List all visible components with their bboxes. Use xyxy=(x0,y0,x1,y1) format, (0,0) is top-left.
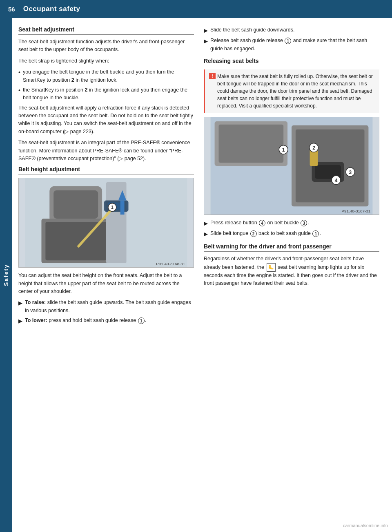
bullet-1: • you engage the belt tongue in the belt… xyxy=(18,68,194,84)
seat-belt-adjustment-title: Seat belt adjustment xyxy=(18,26,194,35)
warning-row: ! Make sure that the seat belt is fully … xyxy=(209,73,375,110)
svg-text:2: 2 xyxy=(312,145,315,151)
releasing-title: Releasing seat belts xyxy=(204,58,379,66)
svg-rect-17 xyxy=(219,125,284,163)
bullet-dot-1: • xyxy=(18,68,20,77)
page-title: Occupant safety xyxy=(23,5,80,13)
cont-item-1: ▶ Slide the belt sash guide downwards. xyxy=(204,26,379,35)
bullet-text-1: you engage the belt tongue in the belt b… xyxy=(23,68,194,84)
page-header: 56 Occupant safety xyxy=(0,0,392,18)
releasing-seat-belts-section: Releasing seat belts ! Make sure that th… xyxy=(204,58,379,238)
svg-text:1: 1 xyxy=(111,205,114,210)
circle-1-release: 1 xyxy=(285,38,291,44)
svg-rect-10 xyxy=(120,201,125,215)
arrow-cont-2: ▶ xyxy=(204,37,208,45)
arrow-cont-1: ▶ xyxy=(204,27,208,35)
seat-belt-para2: The belt strap is tightened slightly whe… xyxy=(18,57,194,65)
cont-text-1: Slide the belt sash guide downwards. xyxy=(210,26,294,34)
svg-rect-4 xyxy=(45,222,106,260)
seatbelt-icon: 🦶 xyxy=(267,263,276,272)
circle-1-lower: 1 xyxy=(138,317,145,324)
bullet-2: • the SmartKey is in position 2 in the i… xyxy=(18,86,194,102)
svg-text:1: 1 xyxy=(282,147,285,153)
to-lower-item: ▶ To lower: press and hold belt sash gui… xyxy=(18,317,194,325)
belt-warning-para: Regardless of whether the driver's and f… xyxy=(204,255,379,287)
to-raise-item: ▶ To raise: slide the belt sash guide up… xyxy=(18,299,194,315)
svg-text:P91.40-3168-31: P91.40-3168-31 xyxy=(156,262,185,266)
cont-item-2: ▶ Release belt sash guide release 1 and … xyxy=(204,37,379,53)
seat-belt-para3: The seat-belt adjustment will apply a re… xyxy=(18,104,194,136)
belt-height-adjustment-section: Belt height adjustment xyxy=(18,166,194,325)
svg-text:4: 4 xyxy=(335,178,338,183)
belt-warning-title: Belt warning for the driver and front pa… xyxy=(204,243,379,252)
belt-height-image: 1 P91.40-3168-31 xyxy=(18,178,194,268)
releasing-image: 1 2 xyxy=(204,117,379,215)
arrow-raise: ▶ xyxy=(18,299,22,307)
seat-belt-adjustment-section: Seat belt adjustment The seat-belt adjus… xyxy=(18,26,194,163)
svg-rect-2 xyxy=(53,190,98,219)
right-column: ▶ Slide the belt sash guide downwards. ▶… xyxy=(204,26,379,524)
bullet-text-2: the SmartKey is in position 2 in the ign… xyxy=(23,86,194,102)
circle-4: 4 xyxy=(259,220,265,226)
to-lower-label: To lower: xyxy=(25,317,47,323)
sidebar-label: Safety xyxy=(3,264,9,286)
belt-warning-section: Belt warning for the driver and front pa… xyxy=(204,243,379,287)
release-step-2: ▶ Slide belt tongue 2 back to belt sash … xyxy=(204,230,379,238)
step-1-text: Press release button 4 on belt buckle 3. xyxy=(210,219,309,227)
page-number: 56 xyxy=(8,6,15,13)
release-step-1: ▶ Press release button 4 on belt buckle … xyxy=(204,219,379,228)
circle-1-step: 1 xyxy=(312,230,319,237)
seat-belt-para4: The seat-belt adjustment is an integral … xyxy=(18,139,194,163)
to-raise-text: To raise: slide the belt sash guide upwa… xyxy=(25,299,194,315)
footer-watermark: carmanualsomline.info xyxy=(343,523,388,528)
warning-text: Make sure that the seat belt is fully ro… xyxy=(217,73,375,110)
circle-2: 2 xyxy=(250,230,257,237)
warning-icon: ! xyxy=(209,73,216,79)
arrow-step-1: ▶ xyxy=(204,219,208,228)
cont-text-2: Release belt sash guide release 1 and ma… xyxy=(210,37,379,53)
sidebar: Safety xyxy=(0,18,12,532)
seat-belt-para1: The seat-belt adjustment function adjust… xyxy=(18,38,194,54)
belt-height-title: Belt height adjustment xyxy=(18,166,194,174)
arrow-step-2: ▶ xyxy=(204,230,208,238)
arrow-lower: ▶ xyxy=(18,317,22,325)
releasing-svg: 1 2 xyxy=(204,117,379,215)
content-area: Seat belt adjustment The seat-belt adjus… xyxy=(12,18,392,532)
to-raise-label: To raise: xyxy=(25,300,46,305)
page-wrapper: 56 Occupant safety Safety Seat belt adju… xyxy=(0,0,392,532)
bullet-dot-2: • xyxy=(18,86,20,95)
step-2-text: Slide belt tongue 2 back to belt sash gu… xyxy=(210,230,321,237)
svg-text:3: 3 xyxy=(349,170,352,175)
main-content: Safety Seat belt adjustment The seat-bel… xyxy=(0,18,392,532)
left-column: Seat belt adjustment The seat-belt adjus… xyxy=(18,26,194,524)
warning-box: ! Make sure that the seat belt is fully … xyxy=(204,69,379,113)
circle-3: 3 xyxy=(301,220,307,226)
svg-text:P91.40-3167-31: P91.40-3167-31 xyxy=(341,209,371,213)
belt-height-svg: 1 P91.40-3168-31 xyxy=(19,178,194,267)
belt-height-para1: You can adjust the seat belt height on t… xyxy=(18,272,194,295)
to-lower-text: To lower: press and hold belt sash guide… xyxy=(25,317,146,324)
